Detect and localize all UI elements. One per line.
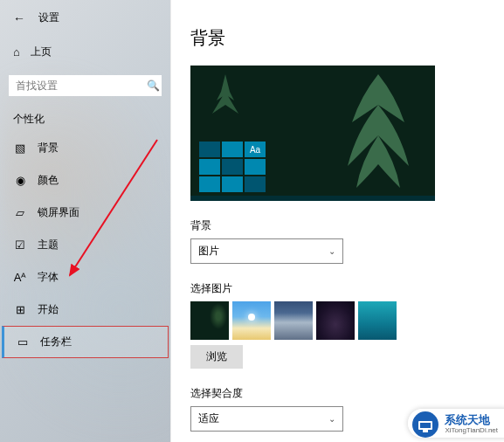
lockscreen-icon: ▱: [13, 206, 27, 219]
home-button[interactable]: ⌂ 上页: [0, 36, 170, 68]
nav-label: 主题: [38, 238, 59, 252]
nav-colors[interactable]: ◉ 颜色: [0, 164, 170, 197]
search-input[interactable]: [16, 79, 147, 92]
nav-fonts[interactable]: Aᴬ 字体: [0, 261, 170, 294]
choose-picture-label: 选择图片: [190, 281, 487, 296]
watermark: 系统天地 XiTongTianDi.net: [408, 409, 504, 438]
fit-dropdown[interactable]: 适应 ⌄: [190, 406, 343, 432]
picture-thumbnails: [190, 301, 487, 340]
themes-icon: ☑: [13, 238, 27, 252]
background-preview: Aa: [190, 66, 435, 201]
home-label: 上页: [31, 45, 52, 59]
picture-thumb[interactable]: [190, 301, 229, 340]
svg-rect-5: [423, 430, 428, 432]
taskbar-icon: ▭: [16, 335, 30, 349]
watermark-logo-icon: [411, 411, 439, 439]
nav-taskbar[interactable]: ▭ 任务栏: [2, 326, 169, 358]
background-field-label: 背景: [190, 218, 487, 233]
nav-label: 颜色: [38, 173, 59, 188]
background-type-dropdown[interactable]: 图片 ⌄: [190, 238, 343, 264]
nav-label: 背景: [38, 141, 59, 155]
nav-background[interactable]: ▧ 背景: [0, 132, 170, 164]
picture-thumb[interactable]: [232, 301, 271, 340]
nav-start[interactable]: ⊞ 开始: [0, 294, 170, 326]
background-icon: ▧: [13, 142, 27, 155]
browse-button[interactable]: 浏览: [190, 345, 243, 369]
chevron-down-icon: ⌄: [328, 246, 335, 256]
nav-lockscreen[interactable]: ▱ 锁屏界面: [0, 197, 170, 229]
start-icon: ⊞: [13, 303, 27, 316]
dropdown-value: 图片: [198, 244, 219, 259]
nav-label: 任务栏: [40, 335, 72, 349]
fonts-icon: Aᴬ: [13, 271, 27, 284]
page-heading: 背景: [190, 26, 487, 50]
chevron-down-icon: ⌄: [328, 414, 335, 424]
picture-thumb[interactable]: [274, 301, 313, 340]
nav-label: 开始: [38, 302, 59, 317]
nav-label: 锁屏界面: [38, 205, 79, 220]
picture-thumb[interactable]: [316, 301, 355, 340]
search-box[interactable]: 🔍: [9, 75, 162, 96]
watermark-url: XiTongTianDi.net: [445, 426, 498, 434]
back-button[interactable]: ←: [13, 11, 25, 25]
search-icon: 🔍: [147, 79, 160, 92]
picture-thumb[interactable]: [358, 301, 397, 340]
fit-label: 选择契合度: [190, 386, 487, 401]
nav-label: 字体: [38, 270, 59, 285]
nav-themes[interactable]: ☑ 主题: [0, 229, 170, 261]
window-title: 设置: [38, 10, 59, 25]
home-icon: ⌂: [13, 45, 20, 59]
category-label: 个性化: [0, 103, 170, 132]
dropdown-value: 适应: [198, 411, 219, 426]
colors-icon: ◉: [13, 174, 27, 187]
svg-rect-4: [420, 423, 431, 428]
